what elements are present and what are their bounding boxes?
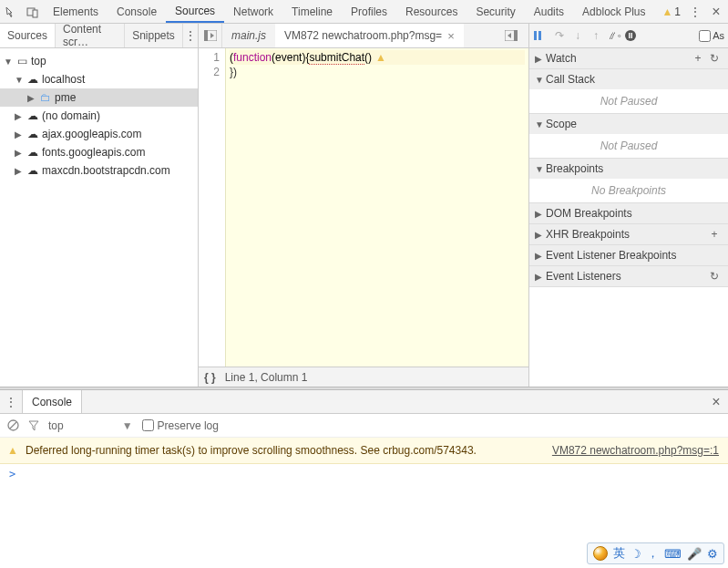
section-xhr-bp[interactable]: XHR Breakpoints+ <box>529 224 728 244</box>
navtab-more-icon[interactable]: ⋮ <box>183 28 198 43</box>
tree-top[interactable]: ▭top <box>0 52 198 70</box>
preserve-log-checkbox[interactable] <box>142 419 154 431</box>
navtab-sources[interactable]: Sources <box>0 24 56 47</box>
line-gutter: 1 2 <box>199 48 226 367</box>
section-watch[interactable]: Watch+↻ <box>529 48 728 68</box>
code-editor: 1 2 (function(event){submitChat()▲}) { }… <box>199 48 529 387</box>
section-event-bp[interactable]: Event Listener Breakpoints <box>529 245 728 265</box>
console-msg-source-link[interactable]: VM872 newchatroom.php?msg=:1 <box>552 443 719 458</box>
add-xhr-bp-icon[interactable]: + <box>706 228 723 241</box>
tab-adblock[interactable]: Adblock Plus <box>573 0 654 23</box>
main-tabs: Elements Console Sources Network Timelin… <box>44 0 661 23</box>
inspect-icon[interactable] <box>0 1 22 23</box>
cloud-icon: ☁ <box>26 73 40 86</box>
console-prompt[interactable]: > <box>0 464 728 484</box>
deactivate-bp-icon[interactable]: ⫽◦ <box>606 29 622 42</box>
tab-elements[interactable]: Elements <box>44 0 108 23</box>
console-msg-text: Deferred long-running timer task(s) to i… <box>26 444 477 457</box>
toggle-navigator-icon[interactable] <box>199 24 222 47</box>
ime-tray: 英 ☽ ， ⌨ 🎤 ⚙ <box>587 542 724 564</box>
warning-count: 1 <box>674 5 681 18</box>
cloud-icon: ☁ <box>26 146 40 159</box>
ime-settings-icon[interactable]: ⚙ <box>707 547 718 561</box>
ime-keyboard-icon[interactable]: ⌨ <box>664 547 682 561</box>
sources-body: ▭top ☁localhost 🗀pme ☁(no domain) ☁ajax.… <box>0 48 728 387</box>
refresh-watch-icon[interactable]: ↻ <box>706 52 723 65</box>
toggle-debugger-pane-icon[interactable] <box>505 30 528 41</box>
debugger-controls: ↷ ↓ ↑ ⫽◦ As <box>529 24 728 47</box>
section-event-listeners[interactable]: Event Listeners↻ <box>529 266 728 286</box>
section-breakpoints[interactable]: Breakpoints <box>529 159 728 179</box>
close-drawer-icon[interactable]: × <box>704 394 728 410</box>
folder-icon: 🗀 <box>38 91 53 104</box>
code-area[interactable]: 1 2 (function(event){submitChat()▲}) <box>199 48 528 367</box>
tab-security[interactable]: Security <box>467 0 524 23</box>
ime-mic-icon[interactable]: 🎤 <box>687 547 702 561</box>
tab-sources[interactable]: Sources <box>166 0 224 23</box>
cloud-icon: ☁ <box>26 164 40 177</box>
filetab-main-js[interactable]: main.js <box>222 24 275 47</box>
ime-lang[interactable]: 英 <box>613 545 625 562</box>
tree-localhost[interactable]: ☁localhost <box>0 70 198 88</box>
tab-console[interactable]: Console <box>108 0 166 23</box>
navtab-content-scripts[interactable]: Content scr… <box>56 24 125 47</box>
section-scope[interactable]: Scope <box>529 114 728 134</box>
async-checkbox[interactable] <box>699 30 711 42</box>
section-callstack[interactable]: Call Stack <box>529 69 728 89</box>
tab-timeline[interactable]: Timeline <box>282 0 342 23</box>
cloud-icon: ☁ <box>26 109 40 122</box>
warning-badge[interactable]: ▲1 <box>661 5 681 18</box>
warning-icon: ▲ <box>661 5 672 18</box>
pause-icon[interactable] <box>533 30 549 41</box>
tab-network[interactable]: Network <box>224 0 282 23</box>
tree-maxcdn[interactable]: ☁maxcdn.bootstrapcdn.com <box>0 161 198 180</box>
inline-warning-icon: ▲ <box>375 51 386 64</box>
tree-nodomain[interactable]: ☁(no domain) <box>0 107 198 125</box>
step-into-icon[interactable]: ↓ <box>569 29 586 42</box>
close-devtools-icon[interactable]: × <box>704 4 728 20</box>
step-over-icon[interactable]: ↷ <box>551 29 568 42</box>
svg-rect-6 <box>534 31 537 40</box>
svg-rect-1 <box>33 10 37 17</box>
tree-ajax-googleapis[interactable]: ☁ajax.googleapis.com <box>0 125 198 143</box>
drawer-more-icon[interactable]: ⋮ <box>0 395 22 409</box>
context-selector[interactable]: top▼ <box>48 419 133 432</box>
tree-folder-pme[interactable]: 🗀pme <box>0 88 198 107</box>
editor-status-bar: { } Line 1, Column 1 <box>199 367 528 387</box>
device-mode-icon[interactable] <box>22 1 44 23</box>
refresh-listeners-icon[interactable]: ↻ <box>706 270 723 283</box>
svg-line-12 <box>10 422 16 429</box>
window-icon: ▭ <box>15 55 29 67</box>
tab-resources[interactable]: Resources <box>396 0 467 23</box>
warning-icon: ▲ <box>7 443 18 458</box>
code-lines[interactable]: (function(event){submitChat()▲}) <box>226 48 528 367</box>
filter-icon[interactable] <box>28 420 39 431</box>
sources-subbar: Sources Content scr… Snippets ⋮ main.js … <box>0 24 728 48</box>
navtab-snippets[interactable]: Snippets <box>125 24 183 47</box>
tab-audits[interactable]: Audits <box>525 0 573 23</box>
preserve-log-toggle[interactable]: Preserve log <box>142 419 219 432</box>
console-warning-msg: ▲ Deferred long-running timer task(s) to… <box>0 438 728 464</box>
drawer-tab-console[interactable]: Console <box>22 390 82 413</box>
ime-moon-icon[interactable]: ☽ <box>631 547 641 561</box>
svg-rect-5 <box>514 30 518 41</box>
tab-profiles[interactable]: Profiles <box>342 0 396 23</box>
pause-exceptions-icon[interactable] <box>624 29 641 42</box>
filetab-vm872[interactable]: VM872 newchatroom.php?msg=× <box>275 24 464 47</box>
close-tab-icon[interactable]: × <box>447 29 455 43</box>
tree-fonts-googleapis[interactable]: ☁fonts.googleapis.com <box>0 143 198 161</box>
console-toolbar: top▼ Preserve log <box>0 414 728 438</box>
svg-rect-7 <box>538 31 541 40</box>
editor-tabs: main.js VM872 newchatroom.php?msg=× <box>199 24 529 47</box>
ime-comma-icon[interactable]: ， <box>647 545 659 562</box>
step-out-icon[interactable]: ↑ <box>588 29 604 42</box>
clear-console-icon[interactable] <box>7 419 19 431</box>
navigator-tabs: Sources Content scr… Snippets ⋮ <box>0 24 199 47</box>
more-menu-icon[interactable]: ⋮ <box>686 5 704 19</box>
ime-logo-icon[interactable] <box>593 546 608 561</box>
section-dom-bp[interactable]: DOM Breakpoints <box>529 203 728 223</box>
add-watch-icon[interactable]: + <box>690 52 706 65</box>
devtools-toolbar: Elements Console Sources Network Timelin… <box>0 0 728 24</box>
pretty-print-icon[interactable]: { } <box>204 371 216 384</box>
svg-point-8 <box>625 30 636 41</box>
